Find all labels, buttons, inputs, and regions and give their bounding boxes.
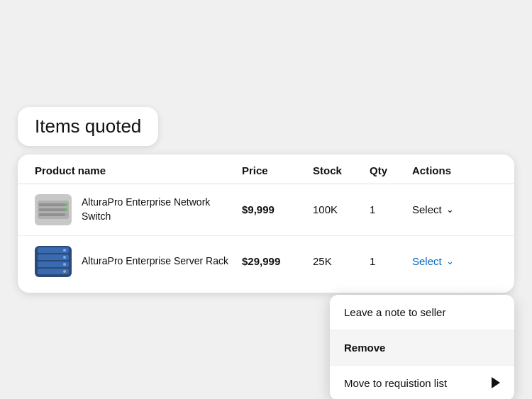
- product-image-2: [35, 246, 72, 277]
- page-title: Items quoted: [35, 116, 141, 137]
- dropdown-remove-label: Remove: [344, 342, 385, 354]
- actions-select-1[interactable]: Select ⌄: [412, 203, 497, 215]
- select-label-2: Select: [412, 255, 442, 267]
- actions-select-2[interactable]: Select ⌄: [412, 255, 497, 267]
- svg-point-5: [65, 208, 67, 211]
- table-header: Product name Price Stock Qty Actions: [18, 154, 514, 184]
- svg-point-4: [65, 203, 67, 206]
- price-1: $9,999: [242, 203, 313, 215]
- svg-point-13: [63, 263, 66, 266]
- product-cell-2: AlturaPro Enterprise Server Rack: [35, 246, 242, 277]
- dropdown-item-note[interactable]: Leave a note to seller: [330, 295, 514, 330]
- stock-1: 100K: [313, 203, 370, 215]
- title-badge: Items quoted: [18, 107, 158, 146]
- svg-rect-3: [39, 213, 67, 216]
- arrow-right-icon: [492, 377, 500, 388]
- table-row: AlturaPro Enterprise Server Rack $29,999…: [18, 236, 514, 287]
- product-name-1: AlturaPro Enterprise Network Switch: [82, 196, 242, 223]
- col-product: Product name: [35, 164, 242, 176]
- product-cell-1: AlturaPro Enterprise Network Switch: [35, 194, 242, 225]
- qty-1: 1: [370, 203, 412, 215]
- price-2: $29,999: [242, 255, 313, 267]
- dropdown-item-move[interactable]: Move to requistion list: [330, 366, 514, 400]
- col-actions: Actions: [412, 164, 497, 176]
- svg-point-12: [63, 256, 66, 259]
- actions-dropdown: Leave a note to seller Remove Move to re…: [330, 295, 514, 400]
- svg-rect-2: [39, 208, 67, 211]
- svg-point-6: [65, 213, 67, 216]
- product-name-2: AlturaPro Enterprise Server Rack: [82, 254, 228, 269]
- chevron-down-icon-2: ⌄: [446, 256, 454, 266]
- items-card: Product name Price Stock Qty Actions: [18, 154, 514, 293]
- table-row: AlturaPro Enterprise Network Switch $9,9…: [18, 184, 514, 236]
- page-container: Items quoted Product name Price Stock Qt…: [18, 107, 514, 293]
- chevron-down-icon-1: ⌄: [446, 204, 454, 215]
- dropdown-item-remove[interactable]: Remove: [330, 330, 514, 366]
- svg-rect-1: [39, 203, 67, 206]
- col-qty: Qty: [370, 164, 412, 176]
- server-image-icon: [36, 246, 70, 277]
- col-stock: Stock: [313, 164, 370, 176]
- dropdown-move-label: Move to requistion list: [344, 377, 447, 389]
- product-image-1: [35, 194, 72, 225]
- qty-2: 1: [370, 255, 412, 267]
- stock-2: 25K: [313, 255, 370, 267]
- svg-point-14: [63, 270, 66, 273]
- select-label-1: Select: [412, 203, 442, 215]
- switch-image-icon: [36, 198, 70, 222]
- col-price: Price: [242, 164, 313, 176]
- dropdown-note-label: Leave a note to seller: [344, 306, 445, 318]
- svg-point-11: [63, 249, 66, 252]
